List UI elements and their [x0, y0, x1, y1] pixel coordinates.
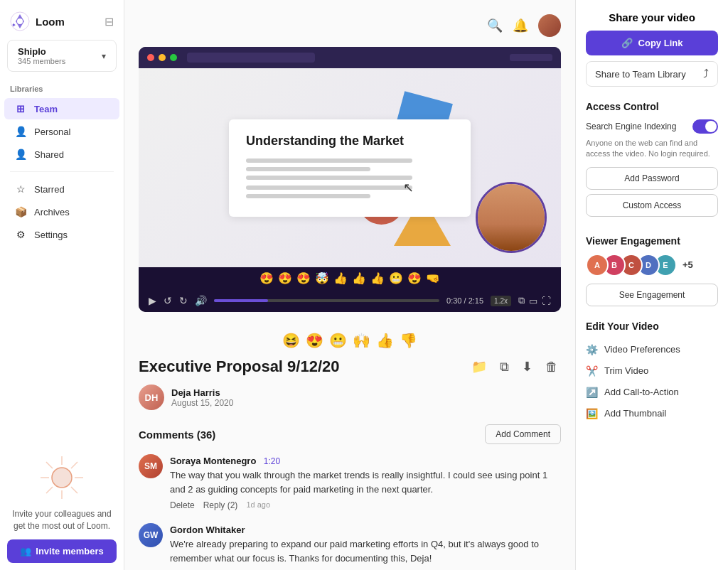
trim-video-label: Trim Video: [604, 365, 648, 376]
play-button[interactable]: ▶: [149, 295, 156, 306]
access-control-title: Access Control: [586, 101, 718, 112]
indexing-desc: Anyone on the web can find and access th…: [586, 138, 718, 160]
time-current: 0:30: [446, 296, 461, 305]
volume-button[interactable]: 🔊: [195, 295, 207, 306]
svg-point-1: [17, 18, 23, 24]
delete-button[interactable]: 🗑: [542, 357, 561, 377]
top-header: 🔍 🔔: [139, 14, 561, 37]
svg-line-9: [71, 462, 77, 468]
workspace-members: 345 members: [18, 57, 65, 65]
author-name: Deja Harris: [171, 387, 233, 398]
copy-link-label: Copy Link: [638, 38, 683, 48]
video-player: Understanding the Market ↖ 😍 😍 😍 🤯 👍: [139, 47, 561, 312]
add-password-button[interactable]: Add Password: [586, 167, 718, 190]
engagement-section: Viewer Engagement A B C D E +5 See Engag…: [586, 235, 718, 306]
search-button[interactable]: 🔍: [487, 14, 503, 37]
browser-tab: [510, 54, 552, 61]
forward-button[interactable]: ↻: [179, 295, 188, 306]
custom-access-button[interactable]: Custom Access: [586, 194, 718, 217]
sidebar-item-settings[interactable]: ⚙ Settings: [4, 224, 119, 245]
sidebar-item-personal[interactable]: 👤 Personal: [4, 121, 119, 142]
video-preferences-item[interactable]: ⚙️ Video Preferences: [586, 339, 718, 360]
see-engagement-button[interactable]: See Engagement: [586, 284, 718, 306]
sidebar-toggle-icon[interactable]: ⊟: [105, 15, 114, 28]
browser-url-bar: [187, 53, 315, 63]
indexing-toggle[interactable]: [692, 119, 718, 134]
comments-title: Comments (36): [139, 429, 215, 441]
comment-gordon-body: Gordon Whitaker We're already preparing …: [170, 523, 561, 570]
author-info: Deja Harris August 15, 2020: [171, 387, 233, 408]
edit-video-section: Edit Your Video ⚙️ Video Preferences ✂️ …: [586, 321, 718, 424]
user-avatar[interactable]: [538, 14, 561, 37]
progress-bar[interactable]: [214, 299, 439, 302]
theater-button[interactable]: ▭: [529, 295, 537, 306]
loom-logo-icon: ✦: [10, 11, 30, 31]
emoji-2: 😍: [278, 271, 292, 285]
sidebar-item-starred-label: Starred: [34, 184, 65, 195]
comment-soraya: SM Soraya Montenegro 1:20 The way that y…: [139, 454, 561, 510]
shared-icon: 👤: [14, 149, 27, 160]
author-date: August 15, 2020: [171, 398, 233, 408]
browser-dot-yellow: [159, 54, 166, 61]
sidebar-item-archives[interactable]: 📦 Archives: [4, 201, 119, 222]
comment-soraya-body: Soraya Montenegro 1:20 The way that you …: [170, 454, 561, 510]
sidebar-item-team-label: Team: [34, 104, 58, 114]
share-team-label: Share to Team Library: [595, 69, 686, 80]
reaction-1: 😆: [282, 332, 300, 349]
preferences-icon: ⚙️: [586, 344, 599, 355]
comment-soraya-timestamp[interactable]: 1:20: [264, 456, 280, 466]
download-button[interactable]: ⬇: [519, 356, 535, 377]
comment-soraya-text: The way that you walk through the market…: [170, 468, 561, 496]
slide-line-5: [246, 194, 370, 198]
sidebar-item-starred[interactable]: ☆ Starred: [4, 178, 119, 200]
archives-icon: 📦: [14, 206, 27, 217]
eng-avatar-1: A: [586, 254, 609, 276]
svg-line-11: [71, 487, 77, 493]
sidebar-item-shared[interactable]: 👤 Shared: [4, 144, 119, 165]
app-name: Loom: [36, 16, 65, 28]
invite-members-button[interactable]: 👥 Invite members: [7, 539, 117, 563]
video-reactions: 😆 😍 😬 🙌 👍 👎: [139, 325, 561, 356]
emoji-4: 🤯: [315, 271, 329, 285]
workspace-selector[interactable]: Shiplo 345 members ▾: [7, 40, 117, 72]
comment-soraya-time: 1d ago: [246, 500, 270, 510]
trim-icon: ✂️: [586, 365, 599, 377]
speed-badge[interactable]: 1.2x: [491, 296, 511, 306]
emoji-3: 😍: [296, 271, 311, 285]
thumbnail-label: Add Thumbnail: [604, 408, 666, 419]
trim-video-item[interactable]: ✂️ Trim Video: [586, 360, 718, 382]
slide-line-2: [246, 167, 370, 171]
link-icon: 🔗: [621, 38, 633, 48]
delete-comment-button[interactable]: Delete: [170, 500, 195, 510]
folder-button[interactable]: 📁: [469, 356, 490, 377]
fullscreen-button[interactable]: ⛶: [542, 295, 551, 306]
presenter-circle: [476, 182, 547, 253]
avatar-gordon: GW: [139, 523, 163, 547]
emoji-6: 👍: [352, 271, 366, 285]
sunburst-icon: [37, 453, 87, 502]
pip-button[interactable]: ⧉: [518, 295, 525, 306]
sidebar-item-team[interactable]: ⊞ Team: [4, 98, 119, 119]
libraries-label: Libraries: [0, 82, 124, 97]
presenter-face: [478, 184, 545, 251]
copy-button[interactable]: ⧉: [497, 357, 512, 377]
comment-soraya-header: Soraya Montenegro 1:20: [170, 454, 561, 467]
cta-item[interactable]: ↗️ Add Call-to-Action: [586, 382, 718, 403]
invite-icon: 👥: [20, 546, 31, 556]
emoji-1: 😍: [259, 271, 274, 285]
notifications-button[interactable]: 🔔: [513, 14, 528, 37]
rewind-button[interactable]: ↺: [164, 295, 172, 306]
reaction-6: 👎: [400, 332, 417, 349]
svg-point-3: [52, 468, 72, 488]
comment-gordon: GW Gordon Whitaker We're already prepari…: [139, 523, 561, 570]
share-team-icon-button[interactable]: ⤴: [703, 68, 709, 80]
slide-line-1: [246, 158, 412, 163]
reply-comment-button[interactable]: Reply (2): [203, 500, 238, 510]
thumbnail-item[interactable]: 🖼️ Add Thumbnail: [586, 403, 718, 424]
video-content: Understanding the Market ↖: [139, 68, 561, 267]
emoji-10: 🤜: [426, 271, 440, 285]
indexing-row: Search Engine Indexing: [586, 119, 718, 134]
add-comment-button[interactable]: Add Comment: [485, 424, 561, 444]
sidebar-item-shared-label: Shared: [34, 149, 64, 160]
copy-link-button[interactable]: 🔗 Copy Link: [586, 31, 718, 55]
